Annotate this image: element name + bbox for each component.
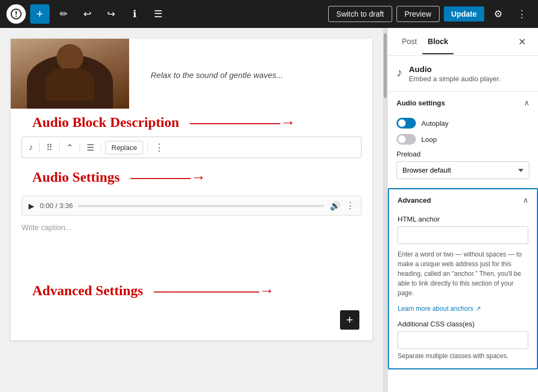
html-anchor-help: Enter a word or two — without spaces — t… xyxy=(398,250,528,298)
more-options-icon[interactable]: ⋮ xyxy=(152,139,166,155)
editor-canvas: Relax to the sound of gentle waves... Au… xyxy=(11,39,372,340)
audio-settings-row: Audio Settings ————→ xyxy=(11,163,372,191)
audio-block-icon: ♪ xyxy=(397,66,402,80)
block-title: Audio xyxy=(409,65,501,74)
audio-settings-header[interactable]: Audio settings ∧ xyxy=(388,92,538,113)
loop-label: Loop xyxy=(421,136,437,144)
tab-block[interactable]: Block xyxy=(422,30,454,54)
switch-to-draft-button[interactable]: Switch to draft xyxy=(328,6,392,22)
html-anchor-label: HTML anchor xyxy=(398,215,528,223)
volume-icon[interactable]: 🔊 xyxy=(330,201,341,211)
html-anchor-field: HTML anchor Enter a word or two — withou… xyxy=(398,215,528,320)
autoplay-toggle[interactable] xyxy=(397,118,416,129)
preview-button[interactable]: Preview xyxy=(397,6,440,22)
advanced-title: Advanced xyxy=(398,196,431,204)
audio-block-desc-row: Audio Block Description ——————→ xyxy=(11,109,372,131)
css-classes-input[interactable] xyxy=(398,331,528,349)
tab-post[interactable]: Post xyxy=(397,30,422,54)
edit-button[interactable]: ✏ xyxy=(54,4,73,24)
audio-settings-section: Audio settings ∧ Autoplay xyxy=(388,92,538,188)
audio-settings-title: Audio settings xyxy=(397,99,445,107)
learn-more-label: Learn more about anchors xyxy=(398,305,473,312)
audio-player: ▶ 0:00 / 3:36 🔊 ⋮ xyxy=(22,196,362,216)
update-button[interactable]: Update xyxy=(444,6,484,22)
arrow-icon: ————→ xyxy=(131,169,351,186)
add-block-button[interactable]: + xyxy=(30,4,49,24)
time-display: 0:00 / 3:36 xyxy=(40,202,73,210)
settings-button[interactable]: ⚙ xyxy=(489,4,508,24)
css-classes-label: Additional CSS class(es) xyxy=(398,320,528,328)
autoplay-row: Autoplay xyxy=(397,118,529,129)
replace-button[interactable]: Replace xyxy=(105,141,143,154)
redo-button[interactable]: ↪ xyxy=(101,4,121,24)
separator xyxy=(80,142,80,153)
block-info: ♪ Audio Embed a simple audio player. xyxy=(388,56,538,92)
preload-select[interactable]: Browser default Auto Metadata None xyxy=(397,161,529,179)
audio-controls-bar: ♪ ⠿ ⌃ ☰ Replace ⋮ xyxy=(22,137,362,158)
audio-settings-body: Autoplay Loop Preload Browser default Au… xyxy=(388,113,538,188)
loop-toggle[interactable] xyxy=(397,134,416,145)
image-caption: Relax to the sound of gentle waves... xyxy=(140,63,294,85)
autoplay-label: Autoplay xyxy=(421,119,449,127)
audio-block-desc-label: Audio Block Description xyxy=(32,115,179,131)
align-icon[interactable]: ☰ xyxy=(84,140,96,155)
caption-placeholder[interactable]: Write caption... xyxy=(11,220,372,239)
audio-settings-chevron-icon: ∧ xyxy=(524,98,529,107)
learn-more-anchor-link[interactable]: Learn more about anchors ↗ xyxy=(398,305,481,312)
separator xyxy=(39,142,40,153)
move-up-icon[interactable]: ⌃ xyxy=(64,140,75,155)
editor-area: Relax to the sound of gentle waves... Au… xyxy=(0,28,383,392)
loop-row: Loop xyxy=(397,134,529,145)
advanced-settings-label: Advanced Settings xyxy=(32,283,143,299)
main-area: Relax to the sound of gentle waves... Au… xyxy=(0,28,538,392)
advanced-body: HTML anchor Enter a word or two — withou… xyxy=(389,211,537,368)
audio-icon: ♪ xyxy=(26,140,35,154)
progress-bar[interactable] xyxy=(78,205,324,207)
undo-button[interactable]: ↩ xyxy=(77,4,97,24)
advanced-header[interactable]: Advanced ∧ xyxy=(389,189,537,211)
preload-label: Preload xyxy=(397,150,529,158)
advanced-chevron-icon: ∧ xyxy=(523,196,528,204)
separator xyxy=(101,142,101,153)
info-button[interactable]: ℹ xyxy=(125,4,144,24)
css-help: Separate multiple classes with spaces. xyxy=(398,352,528,360)
html-anchor-input[interactable] xyxy=(398,226,528,244)
toolbar: + ✏ ↩ ↪ ℹ ☰ Switch to draft Preview Upda… xyxy=(0,0,538,28)
arrow-icon: ——————→ xyxy=(190,114,351,131)
add-block-floating-button[interactable]: + xyxy=(340,310,359,330)
player-more-icon[interactable]: ⋮ xyxy=(346,201,355,211)
advanced-settings-row: Advanced Settings ———————→ xyxy=(11,239,372,310)
drag-icon: ⠿ xyxy=(44,140,55,155)
css-classes-field: Additional CSS class(es) Separate multip… xyxy=(398,320,528,360)
scrollbar-thumb[interactable] xyxy=(384,33,387,98)
audio-settings-label: Audio Settings xyxy=(32,169,120,186)
sidebar: Post Block ✕ ♪ Audio Embed a simple audi… xyxy=(387,28,538,392)
separator xyxy=(59,142,60,153)
arrow-icon: ———————→ xyxy=(154,282,351,300)
sidebar-close-button[interactable]: ✕ xyxy=(514,34,529,49)
separator xyxy=(147,142,148,153)
more-options-button[interactable]: ⋮ xyxy=(512,4,532,24)
external-link-icon: ↗ xyxy=(476,305,481,312)
sidebar-header: Post Block ✕ xyxy=(388,28,538,56)
list-view-button[interactable]: ☰ xyxy=(148,4,168,24)
block-desc: Embed a simple audio player. xyxy=(409,75,501,83)
play-button[interactable]: ▶ xyxy=(29,202,34,210)
wp-logo[interactable] xyxy=(6,4,26,24)
editor-scrollbar[interactable] xyxy=(383,28,387,392)
advanced-section: Advanced ∧ HTML anchor Enter a word or t… xyxy=(388,188,538,369)
image-block xyxy=(11,39,129,109)
preload-field: Preload Browser default Auto Metadata No… xyxy=(397,150,529,179)
